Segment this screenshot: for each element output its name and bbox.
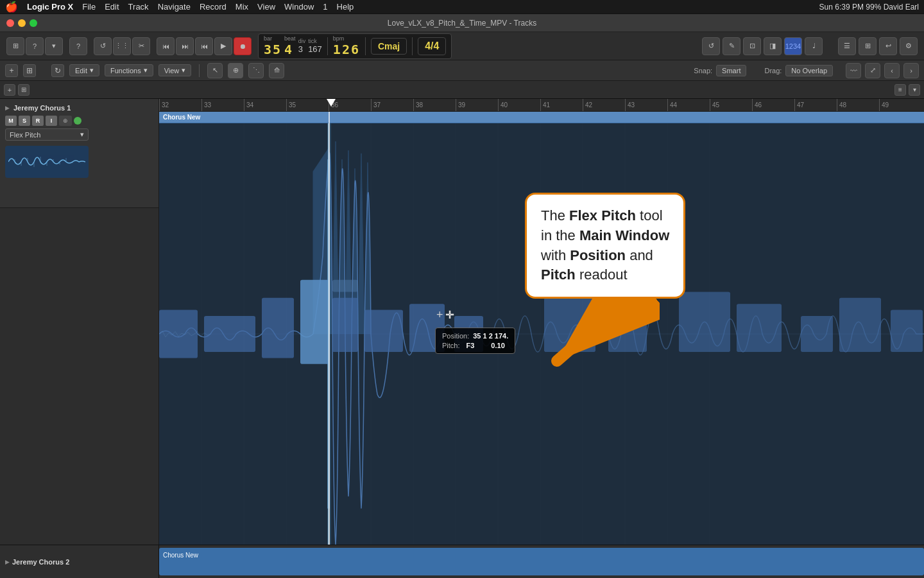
pencil-mode-button[interactable]: ✎ [723, 37, 740, 55]
bold-flex-pitch: Flex Pitch [569, 207, 636, 223]
bold-main-window: Main Window [579, 227, 669, 243]
menu-record[interactable]: Record [200, 2, 227, 12]
pencil-tool[interactable]: ⋮⋮ [113, 37, 131, 55]
fast-forward-button[interactable]: ⏭ [176, 37, 194, 55]
minimize-button[interactable] [18, 19, 26, 27]
capture-button[interactable]: ⊡ [743, 37, 761, 55]
menu-1[interactable]: 1 [323, 2, 327, 12]
edit-button[interactable]: Edit ▾ [69, 64, 99, 76]
menu-track[interactable]: Track [128, 2, 149, 12]
menu-edit[interactable]: Edit [105, 2, 119, 12]
svg-rect-23 [332, 298, 358, 352]
rotate-button[interactable]: ↻ [51, 64, 64, 77]
pointer-tool[interactable]: ↺ [94, 37, 112, 55]
maximize-button[interactable] [30, 19, 37, 27]
settings-button[interactable]: ⚙ [900, 37, 918, 55]
close-button[interactable] [6, 19, 14, 27]
ruler-mark-46: 46 [752, 99, 762, 111]
pointer-tool-button[interactable]: ↖ [207, 63, 223, 78]
help-button[interactable]: ? [69, 37, 87, 55]
play-button[interactable]: ▶ [214, 37, 232, 55]
bold-position: Position [570, 247, 626, 263]
rewind-button[interactable]: ⏮ [157, 37, 175, 55]
solo-button[interactable]: S [19, 116, 30, 126]
ruler-mark-41: 41 [540, 99, 550, 111]
resize-handle-button[interactable]: ⤢ [865, 63, 880, 78]
edit-view-button[interactable]: ⊞ [859, 37, 877, 55]
view-button[interactable]: View ▾ [158, 64, 192, 76]
flex-pitch-dropdown[interactable]: Flex Pitch ▾ [5, 128, 89, 141]
snap-value-dropdown[interactable]: Smart [716, 65, 746, 76]
ruler: 32 33 34 35 36 37 38 39 40 41 42 43 44 4… [159, 99, 924, 112]
mute-button[interactable]: M [5, 116, 17, 126]
annotation-bubble: The Flex Pitch toolin the Main Windowwit… [525, 193, 685, 299]
functions-button[interactable]: Functions ▾ [105, 64, 153, 76]
speaker-button[interactable]: ◨ [764, 37, 782, 55]
menu-mix[interactable]: Mix [235, 2, 248, 12]
toolbar: + ⊞ ↻ Edit ▾ Functions ▾ View ▾ ↖ ⊕ ⋱ ⟰ [0, 60, 924, 81]
record-button[interactable]: ⏺ [234, 37, 252, 55]
svg-rect-26 [409, 304, 445, 352]
zoom-out-button[interactable]: › [903, 63, 919, 78]
apple-menu[interactable]: 🍎 [5, 1, 18, 13]
metronome-button[interactable]: ♩ [805, 37, 823, 55]
midi-button[interactable]: 1234 [784, 37, 802, 55]
input-monitor-button[interactable]: I [46, 116, 57, 126]
svg-rect-34 [891, 310, 923, 353]
track-thumbnail [5, 146, 89, 178]
menu-help[interactable]: Help [337, 2, 354, 12]
menu-navigate[interactable]: Navigate [158, 2, 191, 12]
record-arm-button[interactable]: R [32, 116, 44, 126]
svg-rect-25 [364, 310, 403, 353]
track-view-button[interactable]: ▾ [909, 84, 920, 96]
region-label: Chorus New [163, 114, 200, 121]
loop-button[interactable]: ↩ [879, 37, 897, 55]
tool-4-button[interactable]: ⟰ [269, 63, 284, 78]
position-display: bar 35 beat 4 div 3 tick 167 bpm 126 Cma… [258, 33, 452, 59]
tool-3-button[interactable]: ⋱ [248, 63, 264, 78]
customize-button[interactable]: ⊞ [6, 37, 24, 55]
drag-value-dropdown[interactable]: No Overlap [785, 65, 833, 76]
folder-small-button[interactable]: ⊞ [18, 84, 30, 96]
folders-button[interactable]: ⊞ [23, 64, 36, 77]
svg-rect-21 [300, 280, 329, 364]
menu-file[interactable]: File [82, 2, 96, 12]
svg-rect-33 [839, 298, 881, 352]
svg-rect-27 [454, 316, 483, 352]
flex-pitch-tool-button[interactable]: ⊕ [228, 63, 243, 78]
list-view-button[interactable]: ☰ [838, 37, 856, 55]
track-options-button[interactable]: ≡ [894, 84, 906, 96]
go-to-start-button[interactable]: ⏮ [195, 37, 213, 55]
transport-left-buttons: ⊞ ? ▾ [6, 37, 63, 55]
app-name: Logic Pro X [27, 2, 73, 12]
svg-rect-22 [328, 123, 329, 545]
right-panel: 32 33 34 35 36 37 38 39 40 41 42 43 44 4… [159, 99, 924, 545]
ruler-mark-42: 42 [583, 99, 592, 111]
tracks-area: ▶ Jeremy Chorus 1 M S R I ⊕ [0, 99, 924, 545]
sync-button[interactable]: ↺ [702, 37, 720, 55]
dropdown-button[interactable]: ▾ [45, 37, 63, 55]
svg-rect-19 [204, 316, 255, 352]
add-track-button[interactable]: + [5, 64, 18, 77]
ruler-mark-33: 33 [201, 99, 211, 111]
flex-mode-button[interactable]: ⊕ [59, 116, 72, 126]
track-active-indicator [74, 117, 81, 125]
time-sig-display: 4/4 [418, 37, 446, 55]
window-title: Love_vLX_v8_Pitch_&_Time_MPV - Tracks [388, 19, 536, 28]
svg-rect-31 [737, 304, 782, 352]
info-button[interactable]: ? [26, 37, 44, 55]
transport-right-buttons: ↺ ✎ ⊡ ◨ 1234 ♩ ☰ ⊞ ↩ ⚙ [702, 37, 918, 55]
waveform-svg [159, 123, 924, 545]
menu-view[interactable]: View [257, 2, 275, 12]
menu-window[interactable]: Window [284, 2, 314, 12]
add-track-small-button[interactable]: + [4, 84, 15, 96]
ruler-mark-40: 40 [498, 99, 508, 111]
zoom-in-button[interactable]: ‹ [884, 63, 900, 78]
track-canvas[interactable]: Chorus New [159, 112, 924, 545]
svg-rect-29 [608, 310, 647, 353]
scissors-tool[interactable]: ✂ [132, 37, 150, 55]
track-1-name: Jeremy Chorus 1 [13, 104, 153, 112]
waveform-button[interactable]: 〰 [846, 63, 861, 78]
ruler-mark-32: 32 [159, 99, 169, 111]
ruler-mark-45: 45 [710, 99, 719, 111]
